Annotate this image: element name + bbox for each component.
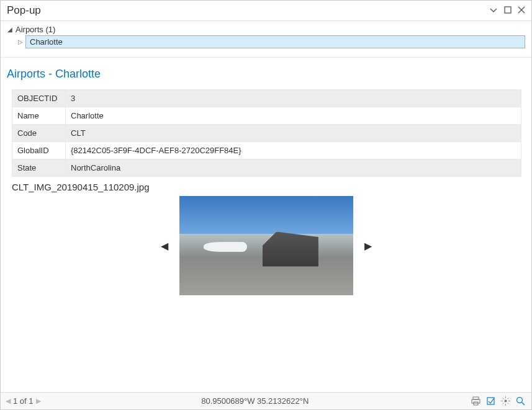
svg-rect-2 xyxy=(472,399,480,403)
close-icon[interactable] xyxy=(518,6,525,16)
content-area: Airports - Charlotte OBJECTID3 NameCharl… xyxy=(1,58,531,392)
tree-child-row[interactable]: ▷ Charlotte xyxy=(7,35,525,48)
attachment-filename: CLT_IMG_20190415_110209.jpg xyxy=(12,182,525,192)
expand-icon[interactable]: ▷ xyxy=(18,38,24,45)
field-value: Charlotte xyxy=(66,107,521,125)
prev-image-icon[interactable]: ◀ xyxy=(155,240,174,252)
field-value: NorthCarolina xyxy=(66,159,521,177)
window-actions xyxy=(489,6,525,16)
svg-line-7 xyxy=(521,403,525,406)
status-tools xyxy=(464,396,531,406)
coordinates-display: 80.9500689°W 35.2132622°N xyxy=(46,396,464,406)
collapse-icon[interactable]: ◢ xyxy=(7,26,13,33)
attribute-table: OBJECTID3 NameCharlotte CodeCLT GlobalID… xyxy=(12,89,521,177)
next-image-icon[interactable]: ▶ xyxy=(358,240,378,252)
svg-point-6 xyxy=(516,398,522,403)
tree-root-row[interactable]: ◢ Airports (1) xyxy=(7,25,525,34)
flash-icon[interactable] xyxy=(500,396,510,406)
tree-child-selected[interactable]: Charlotte xyxy=(25,35,525,48)
print-icon[interactable] xyxy=(471,396,480,406)
field-value: CLT xyxy=(66,125,521,142)
table-row: OBJECTID3 xyxy=(12,90,521,107)
table-row: GlobalID{82142C05-3F9F-4DCF-AEF8-2720C29… xyxy=(12,142,521,159)
content-title: Airports - Charlotte xyxy=(7,68,525,81)
svg-point-5 xyxy=(504,400,507,403)
titlebar: Pop-up xyxy=(1,1,531,21)
record-position: 1 of 1 xyxy=(13,396,34,406)
window-title: Pop-up xyxy=(7,4,41,17)
status-bar: ◀ 1 of 1 ▶ 80.9500689°W 35.2132622°N xyxy=(1,392,531,409)
table-row: StateNorthCarolina xyxy=(12,159,521,177)
attachment-image[interactable] xyxy=(179,196,353,295)
svg-rect-1 xyxy=(473,397,479,399)
field-name: State xyxy=(12,159,66,177)
record-navigator: ◀ 1 of 1 ▶ xyxy=(1,396,46,406)
svg-rect-0 xyxy=(505,7,511,13)
field-value: {82142C05-3F9F-4DCF-AEF8-2720C29FF84E} xyxy=(66,142,521,159)
table-row: NameCharlotte xyxy=(12,107,521,125)
tree-panel: ◢ Airports (1) ▷ Charlotte xyxy=(1,21,531,58)
field-name: GlobalID xyxy=(12,142,66,159)
field-value: 3 xyxy=(66,90,521,107)
select-icon[interactable] xyxy=(485,396,495,406)
maximize-icon[interactable] xyxy=(504,6,512,16)
minimize-icon[interactable] xyxy=(489,6,498,16)
next-record-icon[interactable]: ▶ xyxy=(36,397,41,405)
zoom-icon[interactable] xyxy=(515,396,525,406)
field-name: Name xyxy=(12,107,66,125)
table-row: CodeCLT xyxy=(12,125,521,142)
field-name: OBJECTID xyxy=(12,90,66,107)
field-name: Code xyxy=(12,125,66,142)
tree-root-label: Airports (1) xyxy=(16,25,55,34)
prev-record-icon[interactable]: ◀ xyxy=(6,397,11,405)
image-viewer: ◀ ▶ xyxy=(7,196,525,295)
